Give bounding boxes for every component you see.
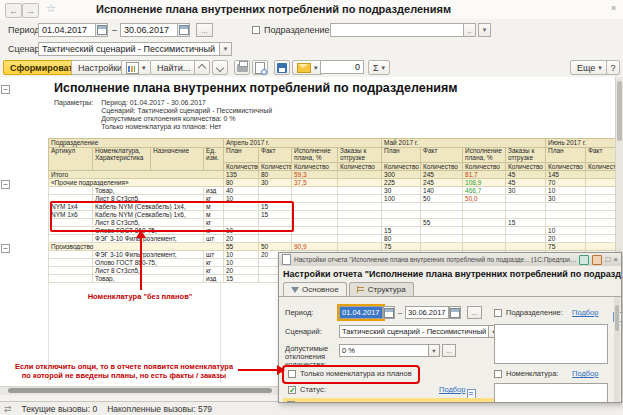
table-cell[interactable]: Олово ГОСТ 860-75, [93,259,204,267]
table-cell[interactable] [586,195,615,203]
table-cell[interactable]: Товар, [93,275,204,283]
table-cell[interactable] [338,171,382,179]
table-cell[interactable] [382,219,421,227]
table-cell[interactable]: шт [204,251,224,259]
nomenclature-list[interactable] [494,383,608,403]
table-cell[interactable] [338,179,382,187]
table-cell[interactable]: 15 [224,275,259,283]
table-cell[interactable]: 90,9 [292,243,338,251]
table-cell[interactable] [338,203,382,211]
dialog-titlebar[interactable]: Настройки отчета "Исполнение плана внутр… [279,253,621,266]
help-button[interactable]: ? [606,60,620,75]
table-cell[interactable] [586,211,615,219]
subdivision-clear-button[interactable]: .. [463,23,476,37]
table-cell[interactable] [338,187,382,195]
col-fact[interactable]: Факт [586,148,615,163]
table-cell[interactable] [586,243,615,251]
table-cell[interactable] [506,227,546,235]
table-cell[interactable]: 100 [382,195,421,203]
table-cell[interactable] [463,243,506,251]
expand-groups-button[interactable] [212,60,228,75]
col-quantity[interactable]: Количество [506,163,546,171]
col-plan[interactable]: План [224,148,259,163]
col-quantity[interactable]: Количество [338,163,382,171]
col-quantity[interactable]: Количество [259,163,292,171]
favorite-star-icon[interactable]: ☆ [46,2,56,15]
table-cell[interactable] [382,203,421,211]
table-cell[interactable] [421,227,463,235]
tab-structure[interactable]: Структура [349,282,414,296]
table-cell[interactable] [49,275,93,283]
table-cell[interactable] [586,179,615,187]
table-cell[interactable] [546,219,586,227]
table-cell[interactable] [586,171,615,179]
dialog-period-to-input[interactable]: 30.06.2017 [405,306,449,319]
more-button[interactable]: Еще▾ [570,60,609,75]
send-mail-button[interactable]: ▾ [292,60,323,75]
table-cell[interactable] [463,235,506,243]
table-cell[interactable] [506,203,546,211]
scrollbar-thumb[interactable] [617,81,622,141]
col-month-april[interactable]: Апрель 2017 г. [224,139,382,148]
calendar-icon[interactable] [383,306,395,319]
table-cell[interactable]: 245 [421,179,463,187]
table-cell[interactable]: 55 [224,243,259,251]
table-cell[interactable] [586,187,615,195]
table-cell[interactable]: изд [204,275,224,283]
col-nomenclature[interactable]: Номенклатура, Характеристика [93,148,151,171]
table-cell[interactable]: 20 [224,267,259,275]
table-cell[interactable] [421,211,463,219]
nomenclature-podbor-link[interactable]: Подбор [572,369,598,378]
table-cell[interactable] [49,235,93,243]
table-cell[interactable]: 80 [382,235,421,243]
scrollbar-thumb[interactable] [615,305,619,331]
table-cell[interactable] [586,227,615,235]
dialog-period-more-button[interactable]: ... [467,306,482,319]
table-row[interactable]: «Прочие подразделения»803037,5225245108,… [49,179,616,187]
col-quantity[interactable]: Количество [546,163,586,171]
table-cell[interactable]: 10 [224,259,259,267]
status-selected-row[interactable]: ✓ Утвержден [283,398,501,403]
table-row[interactable]: Итого1358059,330024581,745145 [49,171,616,179]
col-subdivision[interactable]: Подразделение [49,139,224,148]
table-cell[interactable] [506,195,546,203]
table-cell[interactable]: шт [204,235,224,243]
table-row[interactable]: Товар,изд4030140466,73010 [49,187,616,195]
table-cell[interactable]: 20 [546,235,586,243]
table-cell[interactable]: Лист 8 Ст3сп5, [93,267,204,275]
calendar-icon[interactable] [177,23,190,37]
group-collapse-icon[interactable]: − [1,180,10,189]
table-cell[interactable]: 80 [224,179,259,187]
table-cell[interactable]: 145 [546,171,586,179]
table-cell[interactable] [49,267,93,275]
col-fact[interactable]: Факт [421,148,463,163]
table-cell[interactable]: 140 [421,187,463,195]
col-month-june[interactable]: Июнь 2017 г. [546,139,615,148]
table-cell[interactable] [292,227,338,235]
table-cell[interactable]: ФЭГ 3-10 Фильтроэлемент, [93,235,204,243]
table-cell[interactable]: 75 [382,243,421,251]
dialog-deviation-input[interactable]: 0 % [339,344,429,357]
table-cell[interactable]: 40 [224,187,259,195]
table-cell[interactable]: 45 [506,179,546,187]
col-unit[interactable]: Ед. изм. [204,148,224,171]
table-cell[interactable] [292,203,338,211]
table-cell[interactable]: изд [204,187,224,195]
scrollbar-thumb[interactable] [8,388,272,393]
col-execution[interactable]: Исполнение плана, % [463,148,506,163]
dialog-scenario-input[interactable]: Тактический сценарий - Пессимистичный [339,325,489,338]
col-plan[interactable]: План [546,148,586,163]
table-cell[interactable] [292,235,338,243]
table-cell[interactable] [338,227,382,235]
table-cell[interactable] [506,243,546,251]
tab-main[interactable]: Основное [283,282,347,296]
counter-field[interactable]: 0 [320,60,364,74]
table-cell[interactable] [421,203,463,211]
table-cell[interactable] [292,211,338,219]
scenario-input[interactable]: Тактический сценарий - Пессимистичный [38,42,220,56]
table-cell[interactable] [49,187,93,195]
table-cell[interactable]: 466,7 [463,187,506,195]
table-cell[interactable]: 10 [546,227,586,235]
table-cell[interactable]: «Прочие подразделения» [49,179,224,187]
table-cell[interactable] [338,243,382,251]
